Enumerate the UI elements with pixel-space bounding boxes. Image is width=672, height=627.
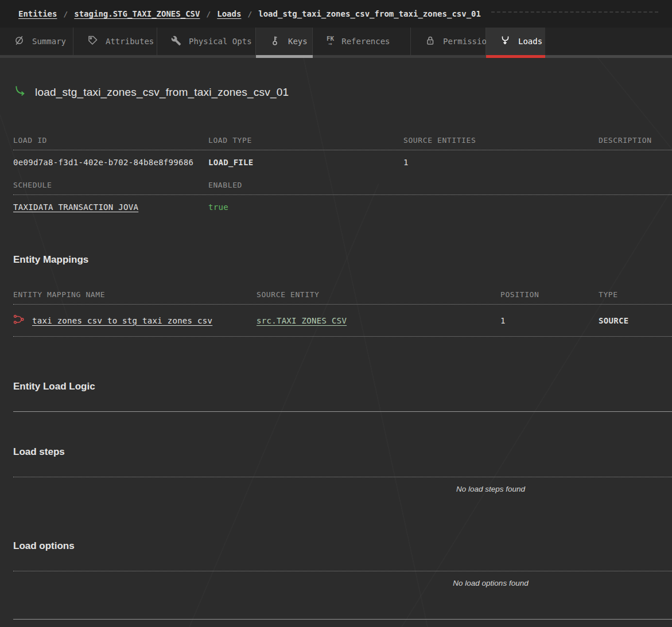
tab-permissions[interactable]: Permissions bbox=[411, 28, 486, 55]
header-dashed-divider bbox=[491, 11, 658, 13]
tab-label: Keys bbox=[288, 37, 308, 46]
summary-icon bbox=[14, 35, 25, 48]
load-options-heading: Load options bbox=[13, 540, 672, 552]
description-value bbox=[599, 158, 672, 167]
breadcrumb-entity-link[interactable]: staging.STG_TAXI_ZONES_CSV bbox=[74, 9, 200, 18]
schedule-link[interactable]: TAXIDATA_TRANSACTION_JOVA bbox=[13, 202, 138, 212]
tab-references[interactable]: FK → References bbox=[313, 28, 411, 55]
source-entity-link[interactable]: src.TAXI_ZONES_CSV bbox=[257, 316, 347, 325]
fk-icon: FK → bbox=[327, 36, 334, 46]
breadcrumb-separator: / bbox=[200, 10, 217, 18]
load-details-row: 0e09d7a8-f3d1-402e-b702-84b8e8f99686 LOA… bbox=[13, 150, 672, 167]
entity-load-logic-heading: Entity Load Logic bbox=[13, 381, 672, 392]
tab-attributes[interactable]: Attributes bbox=[73, 28, 157, 55]
entity-mappings-table: ENTITY MAPPING NAME SOURCE ENTITY POSITI… bbox=[13, 290, 672, 337]
tab-label: Physical Opts bbox=[189, 37, 252, 46]
load-options-empty-message: No load options found bbox=[0, 571, 672, 587]
breadcrumb-entities-link[interactable]: Entities bbox=[18, 9, 57, 18]
enabled-value: true bbox=[208, 202, 403, 212]
load-arrow-icon bbox=[14, 85, 27, 99]
tab-physical-opts[interactable]: Physical Opts bbox=[157, 28, 256, 55]
tab-keys-hover-indicator bbox=[256, 55, 313, 58]
breadcrumb-separator: / bbox=[57, 10, 74, 18]
column-header-entity-mapping-name: ENTITY MAPPING NAME bbox=[13, 290, 257, 299]
tab-label: References bbox=[341, 37, 390, 46]
tab-bar: Summary Attributes Physical Opts Ke bbox=[0, 28, 672, 55]
lock-icon bbox=[425, 35, 436, 48]
tag-icon bbox=[87, 35, 98, 48]
load-id-value: 0e09d7a8-f3d1-402e-b702-84b8e8f99686 bbox=[13, 158, 208, 167]
entity-mapping-name-link[interactable]: taxi_zones_csv_to_stg_taxi_zones_csv bbox=[32, 316, 212, 325]
tab-loads-active-indicator bbox=[486, 55, 545, 58]
column-header-source-entities: SOURCE ENTITIES bbox=[403, 136, 599, 145]
tab-loads[interactable]: Loads bbox=[486, 28, 545, 55]
tab-summary[interactable]: Summary bbox=[0, 28, 73, 55]
column-header-description: DESCRIPTION bbox=[599, 136, 672, 145]
breadcrumb: Entities / staging.STG_TAXI_ZONES_CSV / … bbox=[0, 0, 672, 28]
source-entities-value: 1 bbox=[403, 158, 599, 167]
breadcrumb-current: load_stg_taxi_zones_csv_from_taxi_zones_… bbox=[258, 9, 481, 18]
breadcrumb-separator: / bbox=[241, 10, 258, 18]
load-steps-heading: Load steps bbox=[13, 446, 672, 458]
schedule-row: TAXIDATA_TRANSACTION_JOVA true bbox=[13, 195, 672, 212]
column-header-load-type: LOAD TYPE bbox=[208, 136, 403, 145]
page-title: load_stg_taxi_zones_csv_from_taxi_zones_… bbox=[35, 86, 289, 99]
column-header-enabled: ENABLED bbox=[208, 181, 403, 189]
key-icon bbox=[270, 35, 281, 48]
tab-keys[interactable]: Keys bbox=[256, 28, 313, 55]
tab-indicator-track-right bbox=[545, 55, 672, 58]
type-value: SOURCE bbox=[599, 316, 672, 325]
column-header-load-id: LOAD ID bbox=[13, 136, 208, 145]
tab-indicator-track bbox=[0, 55, 672, 58]
column-header-type: TYPE bbox=[599, 290, 672, 299]
entity-mapping-icon bbox=[13, 314, 25, 328]
position-value: 1 bbox=[500, 316, 599, 325]
tab-bar-spacer bbox=[545, 28, 672, 55]
entity-mapping-row: taxi_zones_csv_to_stg_taxi_zones_csv src… bbox=[13, 305, 672, 337]
column-header-position: POSITION bbox=[500, 290, 599, 299]
load-steps-empty-message: No load steps found bbox=[0, 477, 672, 493]
breadcrumb-loads-link[interactable]: Loads bbox=[217, 9, 241, 18]
bottom-divider bbox=[13, 619, 672, 620]
column-header-schedule: SCHEDULE bbox=[13, 181, 208, 189]
load-details-table: LOAD ID LOAD TYPE SOURCE ENTITIES DESCRI… bbox=[13, 136, 672, 212]
tab-label: Summary bbox=[32, 37, 66, 46]
page-title-row: load_stg_taxi_zones_csv_from_taxi_zones_… bbox=[14, 85, 672, 99]
entity-mappings-heading: Entity Mappings bbox=[13, 254, 672, 266]
wrench-icon bbox=[171, 36, 181, 48]
merge-icon bbox=[500, 35, 511, 48]
entity-load-logic-divider bbox=[13, 411, 672, 412]
tab-label: Attributes bbox=[106, 37, 154, 46]
tab-label: Loads bbox=[518, 37, 542, 46]
column-header-source-entity: SOURCE ENTITY bbox=[257, 290, 500, 299]
load-type-value: LOAD_FILE bbox=[208, 158, 403, 167]
